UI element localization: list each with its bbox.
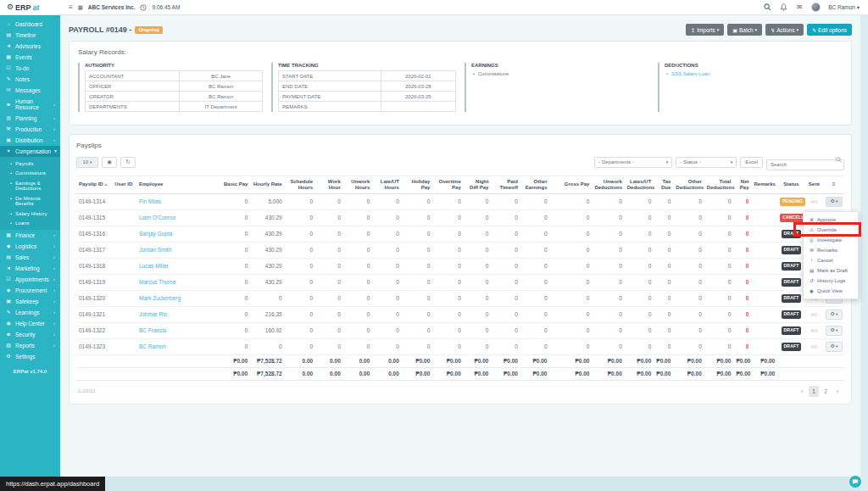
column-header-payslip-id[interactable]: Payslip ID ▴ [76,176,112,193]
sidebar-item-notes[interactable]: ✎Notes [0,74,60,85]
menu-item-investigate[interactable]: ◎Investigate [804,235,858,245]
column-header-night-diff-pay[interactable]: Night Diff Pay [464,176,492,193]
chat-button[interactable] [849,476,861,488]
page-size-select[interactable]: 10▾ [76,157,98,168]
scrollbar-track[interactable] [860,15,868,491]
actions-button[interactable]: ↯Actions▾ [765,24,804,36]
employee-link[interactable]: Fin Miles [136,193,209,209]
user-menu[interactable]: BC Ramon ▾ [828,4,860,11]
user-avatar[interactable] [811,3,821,12]
status-filter-select[interactable]: - Status -▾ [676,157,737,168]
pagination-next[interactable]: › [832,386,843,397]
sidebar-subitem-commissions[interactable]: •Commissions [0,169,60,179]
search-icon[interactable] [763,3,771,12]
sidebar-item-appointments[interactable]: ☑Appointments› [0,274,60,285]
row-actions-button[interactable]: ⚙▾ [826,326,843,336]
sidebar-item-to-do[interactable]: ☑To-do [0,63,60,74]
actions-column-header[interactable]: ≡ [823,176,844,193]
sidebar-item-human-resource[interactable]: ☻Human Resource› [0,96,60,113]
messages-mail-icon[interactable]: ✉ [795,3,804,12]
sidebar-subitem-salary-history[interactable]: •Salary History [0,209,60,219]
sidebar-subitem-payrolls[interactable]: •Payrolls [0,159,60,169]
column-header-unwork-hours[interactable]: Unwork Hours [343,176,373,193]
sidebar-item-events[interactable]: ▦Events [0,52,60,63]
menu-item-override[interactable]: ⚠Override [804,225,858,235]
search-input[interactable] [766,159,844,170]
column-visibility-button[interactable]: ◉ [102,157,117,168]
sidebar-item-security[interactable]: ☻Security› [0,329,60,340]
employee-link[interactable]: Liam O'Connor [136,209,209,226]
imports-button[interactable]: ↥Imports▾ [686,24,724,36]
column-header-user-id[interactable]: User ID [112,176,136,193]
sidebar-subitem-de-minimis-benefits[interactable]: •De Minimis Benefits [0,193,60,209]
hamburger-menu-icon[interactable]: ≡ [69,3,73,11]
employee-link[interactable]: Jordan Smith [136,242,209,258]
sidebar-item-procurement[interactable]: ◆Procurement› [0,285,60,296]
column-header-overtime-pay[interactable]: Overtime Pay [432,176,463,193]
sidebar-item-compensation[interactable]: ✦Compensation▾ [0,146,60,157]
sidebar-item-production[interactable]: ⚒Production› [0,124,60,135]
app-logo[interactable]: ⚙ ERPat [0,0,60,15]
pagination-page-2[interactable]: 2 [821,386,831,397]
column-header-net-pay[interactable]: Net Pay [733,176,751,193]
column-header-remarks[interactable]: Remarks [751,176,777,193]
menu-item-mark-as-draft[interactable]: ▤Mark as Draft [804,265,858,276]
row-actions-button[interactable]: ⚙▾ [826,197,843,207]
sidebar-item-settings[interactable]: ⚙Settings [0,351,60,362]
column-header-gross-pay[interactable]: Gross Pay [550,176,593,193]
list-item-commissions[interactable]: Commissions [471,70,649,77]
sidebar-item-sales[interactable]: ▤Sales› [0,252,60,263]
employee-link[interactable]: Lucas Miller [136,258,209,274]
column-header-work-hour[interactable]: Work Hour [315,176,343,193]
column-header-late-ut-hours[interactable]: Late/UT Hours [372,176,402,193]
sidebar-item-marketing[interactable]: ◄Marketing› [0,263,60,274]
menu-item-history-logs[interactable]: ↺History Logs [804,276,858,286]
menu-item-remarks[interactable]: ✉Remarks [804,245,858,255]
employee-link[interactable]: Sanjay Gupta [136,226,209,242]
sidebar-item-reports[interactable]: ▧Reports› [0,340,60,351]
employee-link[interactable]: BC Francis [136,322,209,338]
column-header-holiday-pay[interactable]: Holiday Pay [402,176,432,193]
row-actions-button[interactable]: ⚙▾ [826,342,843,352]
column-header-lates-ut-deductions[interactable]: Lates/UT Deductions [625,176,654,193]
sidebar-item-messages[interactable]: ✉Messages [0,85,60,96]
sidebar-item-distribution[interactable]: ▣Distribution› [0,135,60,146]
sidebar-item-safekeep[interactable]: ▣Safekeep› [0,296,60,307]
sidebar-item-timeline[interactable]: ▤Timeline [0,30,60,41]
sidebar-item-logistics[interactable]: ◆Logistics› [0,241,60,252]
column-header-schedule-hours[interactable]: Schedule Hours [285,176,315,193]
sidebar-item-help-center[interactable]: ◉Help Center› [0,318,60,329]
sidebar-item-planning[interactable]: ▥Planning› [0,113,60,124]
menu-item-cancel[interactable]: !Cancel [804,255,858,265]
sidebar-item-learnings[interactable]: ✎Learnings› [0,307,60,318]
refresh-button[interactable]: ↻ [120,157,136,168]
menu-item-quick-view[interactable]: ◉Quick View [804,286,858,296]
menu-item-approve[interactable]: ⊕Approve [804,215,858,225]
pagination-page-1[interactable]: 1 [809,386,819,397]
column-header-unwork-deductions[interactable]: Unwork Deductions [592,176,624,193]
column-header-employee[interactable]: Employee [136,176,209,193]
batch-button[interactable]: ▣Batch▾ [727,24,762,36]
company-name[interactable]: ABC Services Inc. [88,4,136,10]
column-header-tax-due[interactable]: Tax Due [654,176,673,193]
employee-link[interactable]: BC Ramon [136,338,209,354]
employee-link[interactable]: Marcus Thorne [136,274,209,290]
column-header-paid-timeoff[interactable]: Paid Timeoff [491,176,520,193]
column-header-other-earnings[interactable]: Other Earnings [520,176,550,193]
list-item-sss-salary-loan[interactable]: SSS Salary Loan [665,70,843,77]
employee-link[interactable]: Johmar Rio [136,306,209,322]
sidebar-item-dashboard[interactable]: ⌂Dashboard [0,19,60,30]
column-header-status[interactable]: Status [777,176,805,193]
sidebar-item-finance[interactable]: ▦Finance› [0,230,60,241]
column-header-hourly-rate[interactable]: Hourly Rate [250,176,284,193]
column-header-total-deductions[interactable]: Total Deductions [704,176,734,193]
edit-options-button[interactable]: ✎Edit options [807,24,852,36]
sidebar-item-advisories[interactable]: ◄Advisories [0,41,60,52]
employee-link[interactable]: Mark Zuckerberg [136,290,209,306]
column-header-other-deductions[interactable]: Other Deductions [673,176,704,193]
excel-export-button[interactable]: Excel [740,157,763,168]
sidebar-subitem-loans[interactable]: •Loans [0,219,60,229]
notifications-bell-icon[interactable] [779,3,787,12]
departments-filter-select[interactable]: - Departments -▾ [594,157,672,168]
pagination-prev[interactable]: ‹ [797,386,807,397]
